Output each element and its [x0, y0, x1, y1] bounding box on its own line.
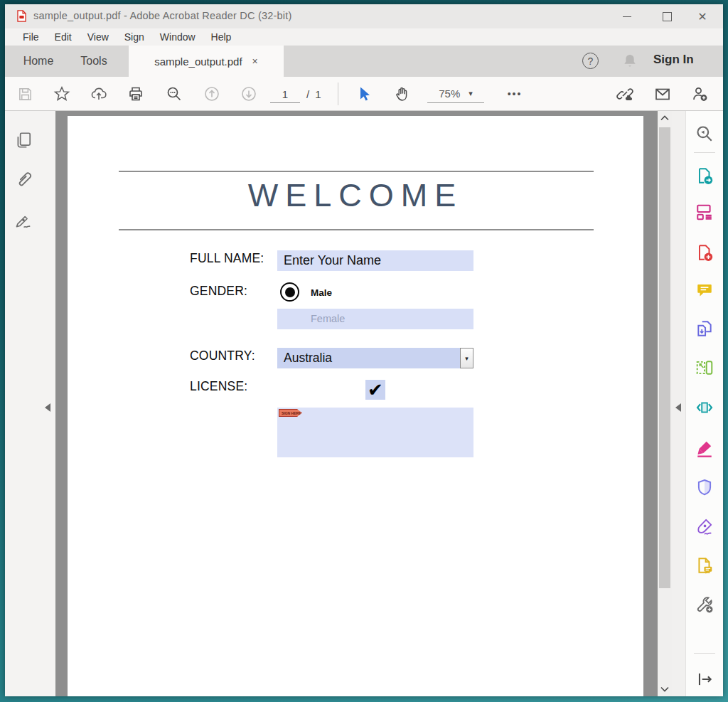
document-tab-label: sample_output.pdf — [154, 55, 242, 68]
right-panel-gap — [672, 111, 685, 696]
main-area: WELCOME FULL NAME: Enter Your Name GENDE… — [5, 111, 723, 696]
page-title: WELCOME — [68, 177, 643, 214]
license-label: LICENSE: — [190, 379, 247, 394]
share-cloud-upload-button[interactable] — [90, 85, 107, 102]
heading-rule-top — [119, 171, 594, 172]
full-name-input[interactable]: Enter Your Name — [277, 250, 473, 271]
gender-label: GENDER: — [190, 284, 247, 299]
signature-field[interactable]: SIGN HERE — [277, 408, 473, 457]
tab-tools[interactable]: Tools — [70, 46, 117, 77]
page-thumbnails-icon[interactable] — [14, 131, 33, 149]
minimize-button[interactable] — [611, 4, 643, 28]
heading-rule-bottom — [119, 229, 594, 230]
menu-file[interactable]: File — [15, 28, 47, 46]
window-title: sample_output.pdf - Adobe Acrobat Reader… — [33, 10, 291, 21]
rail-divider — [694, 653, 715, 654]
protect-shield-icon[interactable] — [695, 478, 714, 496]
page-count: / 1 — [306, 85, 321, 102]
collapse-right-panel-arrow[interactable] — [675, 403, 681, 412]
zoom-level-dropdown[interactable]: 75% ▾ — [427, 84, 484, 103]
desktop-background: sample_output.pdf - Adobe Acrobat Reader… — [0, 0, 728, 702]
print-button[interactable] — [127, 85, 144, 102]
acrobat-window: sample_output.pdf - Adobe Acrobat Reader… — [5, 4, 723, 696]
scroll-up-arrow[interactable] — [658, 111, 672, 125]
minimize-icon — [623, 16, 631, 17]
share-link-icon[interactable] — [616, 85, 633, 102]
notifications-bell-icon[interactable] — [621, 52, 639, 70]
menu-view[interactable]: View — [80, 28, 117, 46]
vertical-scrollbar[interactable] — [658, 111, 672, 696]
menu-edit[interactable]: Edit — [47, 28, 80, 46]
gender-male-label: Male — [311, 287, 332, 298]
compress-pdf-icon[interactable] — [695, 398, 714, 417]
close-button[interactable]: ✕ — [686, 4, 719, 28]
previous-page-button[interactable] — [203, 85, 220, 102]
tab-home[interactable]: Home — [14, 46, 63, 77]
main-toolbar: 1 / 1 75% ▾ ••• — [5, 77, 723, 111]
document-pane[interactable]: WELCOME FULL NAME: Enter Your Name GENDE… — [55, 111, 658, 696]
sign-in-button[interactable]: Sign In — [653, 53, 694, 67]
collapse-left-panel-arrow[interactable] — [45, 403, 50, 412]
help-icon: ? — [588, 55, 594, 67]
pdf-page: WELCOME FULL NAME: Enter Your Name GENDE… — [68, 116, 643, 696]
combo-caret-icon: ▾ — [465, 355, 469, 362]
country-dropdown[interactable]: Australia — [277, 348, 460, 368]
combine-files-icon[interactable] — [695, 319, 714, 338]
rail-divider — [694, 152, 715, 153]
menu-window[interactable]: Window — [152, 28, 203, 46]
open-tools-panel-icon[interactable] — [695, 670, 714, 688]
checkmark-icon: ✔ — [368, 379, 383, 401]
scrollbar-thumb[interactable] — [659, 127, 670, 588]
selection-tool-button[interactable] — [355, 85, 373, 102]
comment-icon[interactable] — [695, 281, 714, 299]
next-page-button[interactable] — [240, 85, 257, 102]
tab-bar: Home Tools sample_output.pdf × ? Sign In — [5, 46, 723, 77]
search-tools-icon[interactable] — [695, 124, 714, 143]
highlighter-pen-icon[interactable] — [695, 439, 714, 457]
country-dropdown-button[interactable]: ▾ — [460, 348, 473, 368]
menu-sign[interactable]: Sign — [117, 28, 152, 46]
tab-document[interactable]: sample_output.pdf × — [129, 46, 284, 77]
left-navigation-rail — [5, 111, 55, 696]
full-name-label: FULL NAME: — [190, 251, 264, 266]
license-checkbox[interactable]: ✔ — [365, 380, 385, 400]
share-with-people-icon[interactable] — [691, 85, 708, 102]
maximize-button[interactable] — [651, 4, 683, 28]
attachments-paperclip-icon[interactable] — [14, 170, 33, 188]
pdf-file-icon — [15, 9, 28, 23]
export-pdf-icon[interactable] — [695, 166, 714, 185]
radio-selected-dot — [285, 287, 295, 297]
close-icon: ✕ — [697, 10, 707, 23]
toolbar-separator — [338, 83, 338, 105]
create-pdf-icon[interactable] — [695, 243, 714, 262]
signatures-pen-icon[interactable] — [14, 211, 33, 230]
more-tools-wrench-icon[interactable] — [695, 595, 714, 614]
scan-ocr-icon[interactable] — [695, 358, 714, 377]
favorite-star-button[interactable] — [53, 85, 70, 102]
country-label: COUNTRY: — [190, 349, 255, 363]
chevron-down-icon: ▾ — [469, 89, 473, 98]
email-icon[interactable] — [654, 85, 671, 102]
collapse-right-icon — [675, 403, 681, 412]
gender-male-radio[interactable] — [280, 282, 299, 302]
search-button[interactable] — [166, 85, 183, 102]
sign-here-tag: SIGN HERE — [279, 409, 302, 417]
right-tools-rail — [685, 111, 723, 696]
help-button[interactable]: ? — [582, 53, 599, 69]
hand-tool-button[interactable] — [393, 85, 410, 102]
gender-female-field[interactable]: Female — [277, 309, 473, 329]
maximize-icon — [663, 12, 672, 21]
page-number-input[interactable]: 1 — [270, 85, 300, 103]
more-tools-button[interactable]: ••• — [503, 84, 527, 104]
page-separator: / — [306, 88, 309, 100]
title-bar[interactable]: sample_output.pdf - Adobe Acrobat Reader… — [5, 4, 723, 28]
menu-help[interactable]: Help — [203, 28, 240, 46]
page-total: 1 — [315, 88, 321, 100]
scroll-down-arrow[interactable] — [658, 682, 672, 696]
send-for-comments-icon[interactable] — [695, 556, 714, 575]
menu-bar: File Edit View Sign Window Help — [5, 28, 723, 46]
organize-pages-icon[interactable] — [695, 203, 714, 221]
tab-close-icon[interactable]: × — [252, 55, 258, 67]
save-button[interactable] — [16, 85, 33, 102]
fill-sign-pen-icon[interactable] — [695, 517, 714, 536]
